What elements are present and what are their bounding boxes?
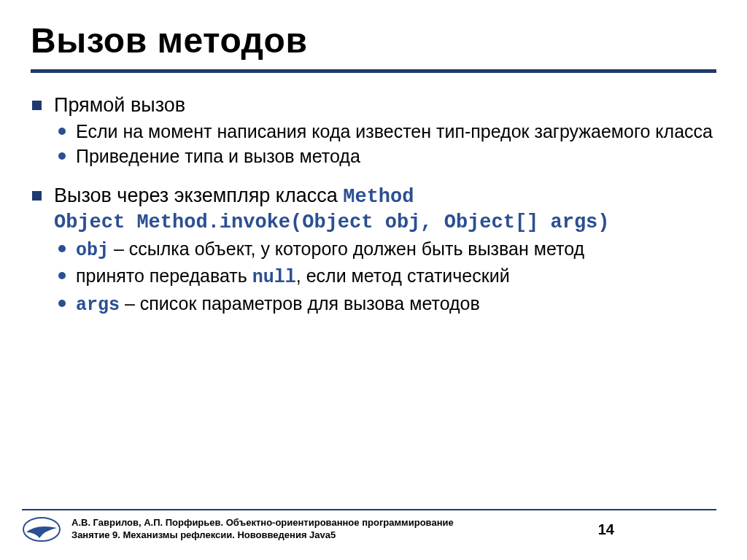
sub-bullet-text: – список параметров для вызова методов [120, 293, 480, 314]
sub-bullet: Если на момент написания кода известен т… [54, 120, 716, 143]
footer-line-2: Занятие 9. Механизмы рефлексии. Нововвед… [71, 529, 598, 542]
sub-bullet-text: – ссылка объект, у которого должен быть … [109, 238, 584, 259]
code-line: Object Method.invoke(Object obj, Object[… [54, 211, 610, 233]
sub-bullet-text: принято передавать [76, 265, 252, 286]
sub-bullet: Приведение типа и вызов метода [54, 145, 716, 168]
footer: А.В. Гаврилов, А.П. Порфирьев. Объектно-… [0, 509, 747, 542]
page-number: 14 [598, 521, 614, 538]
bullet-text: Вызов через экземпляр класса [54, 184, 343, 206]
content-area: Прямой вызов Если на момент написания ко… [31, 93, 716, 316]
sub-bullet: принято передавать null, если метод стат… [54, 265, 716, 289]
code-token: args [76, 295, 120, 316]
title-rule [31, 69, 716, 73]
bullet-text: Прямой вызов [54, 94, 185, 116]
bullet-method-invoke: Вызов через экземпляр класса Method Obje… [31, 184, 716, 316]
logo-icon [22, 516, 61, 542]
code-token: null [252, 267, 296, 288]
footer-rule [22, 509, 716, 510]
footer-line-1: А.В. Гаврилов, А.П. Порфирьев. Объектно-… [71, 517, 598, 529]
sub-bullet: obj – ссылка объект, у которого должен б… [54, 238, 716, 262]
code-token: obj [76, 240, 109, 261]
slide: Вызов методов Прямой вызов Если на момен… [0, 0, 747, 560]
sub-bullet-text: , если метод статический [296, 265, 510, 286]
bullet-direct-call: Прямой вызов Если на момент написания ко… [31, 93, 716, 168]
slide-title: Вызов методов [31, 20, 716, 61]
footer-text: А.В. Гаврилов, А.П. Порфирьев. Объектно-… [71, 517, 598, 542]
sub-bullet: args – список параметров для вызова мето… [54, 292, 716, 317]
code-token: Method [343, 186, 414, 208]
